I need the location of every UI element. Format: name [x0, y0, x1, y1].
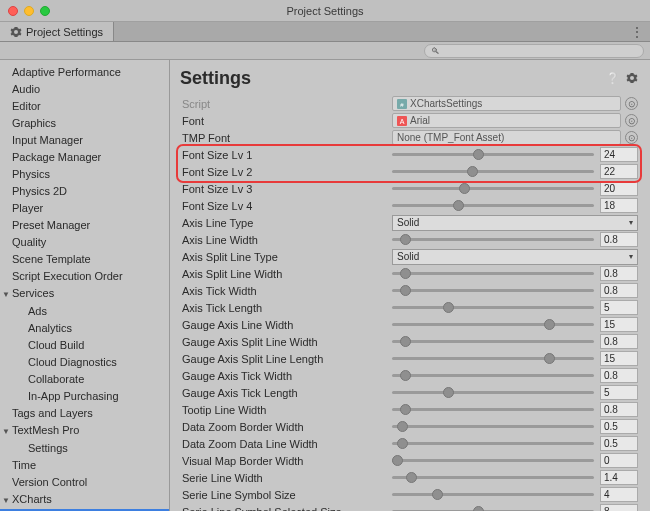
slider-thumb[interactable] [443, 302, 454, 313]
sidebar-item[interactable]: Physics [0, 166, 169, 183]
sidebar-item[interactable]: Quality [0, 234, 169, 251]
slider-thumb[interactable] [432, 489, 443, 500]
minimize-window-button[interactable] [24, 6, 34, 16]
number-input[interactable]: 15 [600, 317, 638, 332]
slider-thumb[interactable] [544, 353, 555, 364]
slider-thumb[interactable] [443, 387, 454, 398]
slider[interactable] [392, 306, 594, 309]
slider[interactable] [392, 272, 594, 275]
number-input[interactable]: 1.4 [600, 470, 638, 485]
sidebar-item[interactable]: Adaptive Performance [0, 64, 169, 81]
close-window-button[interactable] [8, 6, 18, 16]
sidebar-item[interactable]: ▼Services [0, 285, 169, 303]
number-input[interactable]: 0.8 [600, 232, 638, 247]
slider[interactable] [392, 187, 594, 190]
slider[interactable] [392, 459, 594, 462]
number-input[interactable]: 0.8 [600, 402, 638, 417]
number-input[interactable]: 24 [600, 147, 638, 162]
slider[interactable] [392, 323, 594, 326]
number-input[interactable]: 8 [600, 504, 638, 511]
number-input[interactable]: 0.5 [600, 436, 638, 451]
number-input[interactable]: 0 [600, 453, 638, 468]
number-input[interactable]: 22 [600, 164, 638, 179]
object-picker-button[interactable]: ⊙ [625, 131, 638, 144]
number-input[interactable]: 18 [600, 198, 638, 213]
sidebar-item[interactable]: Cloud Build [0, 337, 169, 354]
slider[interactable] [392, 493, 594, 496]
number-input[interactable]: 5 [600, 300, 638, 315]
sidebar-item[interactable]: Package Manager [0, 149, 169, 166]
slider-thumb[interactable] [400, 285, 411, 296]
tab-project-settings[interactable]: Project Settings [0, 22, 114, 41]
sidebar-item[interactable]: Collaborate [0, 371, 169, 388]
sidebar-item[interactable]: ▼XCharts [0, 491, 169, 509]
sidebar-item[interactable]: Audio [0, 81, 169, 98]
sidebar-item[interactable]: Tags and Layers [0, 405, 169, 422]
number-input[interactable]: 0.8 [600, 368, 638, 383]
slider-thumb[interactable] [397, 438, 408, 449]
slider-thumb[interactable] [400, 234, 411, 245]
slider[interactable] [392, 425, 594, 428]
sidebar-item[interactable]: Analytics [0, 320, 169, 337]
slider[interactable] [392, 153, 594, 156]
slider[interactable] [392, 170, 594, 173]
object-picker-button[interactable]: ⊙ [625, 114, 638, 127]
sidebar-item[interactable]: Cloud Diagnostics [0, 354, 169, 371]
number-input[interactable]: 20 [600, 181, 638, 196]
slider[interactable] [392, 391, 594, 394]
search-input[interactable]: 🔍︎ [424, 44, 644, 58]
sidebar-item[interactable]: Script Execution Order [0, 268, 169, 285]
number-input[interactable]: 5 [600, 385, 638, 400]
slider[interactable] [392, 357, 594, 360]
slider[interactable] [392, 204, 594, 207]
sidebar-item[interactable]: Settings [0, 440, 169, 457]
slider-thumb[interactable] [400, 268, 411, 279]
slider-thumb[interactable] [400, 404, 411, 415]
sidebar-item[interactable]: Version Control [0, 474, 169, 491]
object-field[interactable]: None (TMP_Font Asset) [392, 130, 621, 145]
slider-thumb[interactable] [467, 166, 478, 177]
sidebar-item[interactable]: Editor [0, 98, 169, 115]
dropdown[interactable]: Solid▾ [392, 215, 638, 231]
slider[interactable] [392, 408, 594, 411]
settings-row: Tootip Line Width0.8 [180, 401, 638, 418]
help-icon[interactable]: ❔ [606, 72, 620, 86]
dropdown[interactable]: Solid▾ [392, 249, 638, 265]
slider[interactable] [392, 340, 594, 343]
number-input[interactable]: 4 [600, 487, 638, 502]
slider[interactable] [392, 238, 594, 241]
slider-thumb[interactable] [406, 472, 417, 483]
sidebar-item[interactable]: ▼TextMesh Pro [0, 422, 169, 440]
sidebar-item[interactable]: Player [0, 200, 169, 217]
slider[interactable] [392, 374, 594, 377]
slider[interactable] [392, 442, 594, 445]
object-field[interactable]: AArial [392, 113, 621, 128]
settings-gear-icon[interactable] [626, 72, 638, 86]
slider[interactable] [392, 476, 594, 479]
slider-thumb[interactable] [473, 506, 484, 511]
number-input[interactable]: 0.8 [600, 283, 638, 298]
sidebar-item[interactable]: Time [0, 457, 169, 474]
slider-thumb[interactable] [400, 336, 411, 347]
slider-thumb[interactable] [459, 183, 470, 194]
sidebar-item[interactable]: Graphics [0, 115, 169, 132]
slider-thumb[interactable] [397, 421, 408, 432]
tabbar-menu-button[interactable]: ⋮ [630, 24, 644, 40]
sidebar-item[interactable]: Physics 2D [0, 183, 169, 200]
slider-thumb[interactable] [544, 319, 555, 330]
slider-thumb[interactable] [473, 149, 484, 160]
maximize-window-button[interactable] [40, 6, 50, 16]
number-input[interactable]: 15 [600, 351, 638, 366]
number-input[interactable]: 0.8 [600, 334, 638, 349]
number-input[interactable]: 0.8 [600, 266, 638, 281]
sidebar-item[interactable]: Ads [0, 303, 169, 320]
slider-thumb[interactable] [392, 455, 403, 466]
slider-thumb[interactable] [453, 200, 464, 211]
number-input[interactable]: 0.5 [600, 419, 638, 434]
sidebar-item[interactable]: Scene Template [0, 251, 169, 268]
slider[interactable] [392, 289, 594, 292]
sidebar-item[interactable]: In-App Purchasing [0, 388, 169, 405]
sidebar-item[interactable]: Input Manager [0, 132, 169, 149]
sidebar-item[interactable]: Preset Manager [0, 217, 169, 234]
slider-thumb[interactable] [400, 370, 411, 381]
